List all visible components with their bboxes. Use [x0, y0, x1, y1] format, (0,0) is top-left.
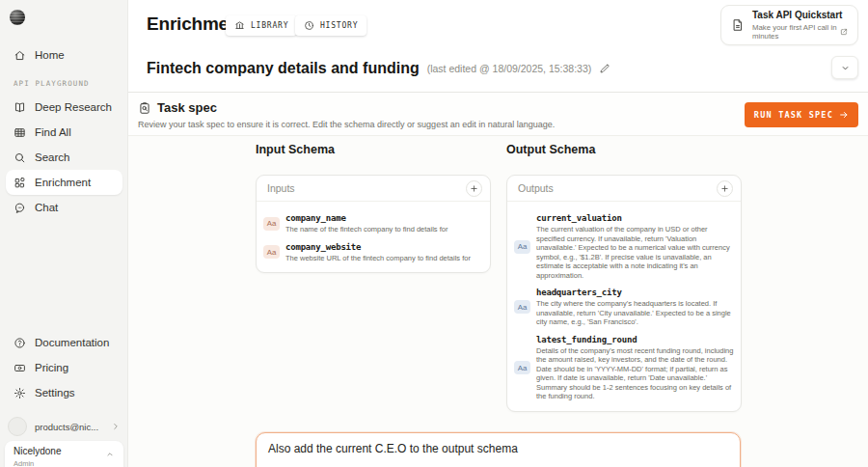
chat-bubble-icon	[14, 202, 26, 214]
field-description: The website URL of the fintech company t…	[285, 254, 471, 263]
sidebar-item-enrichment[interactable]: Enrichment	[6, 170, 122, 195]
sidebar-item-deep-research[interactable]: Deep Research	[6, 95, 122, 120]
outputs-card-title: Outputs	[518, 182, 554, 194]
sidebar-item-settings[interactable]: Settings	[6, 380, 122, 405]
run-task-spec-label: RUN TASK SPEC	[754, 110, 833, 120]
field-name: latest_funding_round	[536, 335, 735, 344]
output-schema-heading: Output Schema	[506, 143, 595, 156]
chevron-up-icon	[105, 450, 115, 459]
quickstart-subtitle: Make your first API call in minutes	[752, 23, 837, 41]
sidebar-item-search[interactable]: Search	[6, 145, 122, 170]
edit-pencil-icon[interactable]	[599, 63, 610, 74]
field-name: current_valuation	[536, 213, 735, 223]
add-input-button[interactable]	[466, 180, 482, 197]
text-type-badge: Aa	[263, 245, 280, 259]
external-link-icon	[840, 28, 848, 36]
org-switcher[interactable]: Nicelydone Admin	[5, 441, 123, 467]
sidebar-item-label: Pricing	[35, 362, 68, 373]
account-email: products@nic...	[35, 422, 103, 432]
clock-icon	[304, 20, 314, 31]
sidebar-item-label: Deep Research	[35, 101, 112, 113]
last-edited-timestamp: (last edited @ 18/09/2025, 15:38:33)	[427, 63, 592, 74]
banknote-icon	[14, 362, 26, 374]
field-description: The city where the company's headquarter…	[536, 299, 735, 327]
text-type-badge: Aa	[514, 300, 530, 314]
gear-icon	[14, 387, 26, 399]
chevron-right-icon	[111, 422, 121, 431]
field-description: The current valuation of the company in …	[536, 225, 735, 280]
library-icon	[234, 20, 245, 31]
task-spec-header: Task spec Review your task spec to ensur…	[128, 93, 868, 136]
book-open-icon	[14, 101, 26, 114]
arrow-right-icon	[839, 110, 849, 120]
table-icon	[14, 126, 26, 139]
sidebar: Home API PLAYGROUND Deep Research Find A…	[0, 0, 128, 467]
task-spec-panel: Task spec Review your task spec to ensur…	[128, 92, 868, 467]
page-title: Fintech company details and funding	[147, 60, 420, 77]
output-field-latest-funding-round[interactable]: Aa latest_funding_round Details of the c…	[513, 335, 735, 401]
history-button[interactable]: HISTORY	[295, 15, 366, 36]
text-type-badge: Aa	[514, 240, 530, 254]
history-button-label: HISTORY	[320, 21, 358, 30]
sidebar-item-label: Settings	[35, 387, 75, 398]
sidebar-item-label: Home	[35, 49, 65, 61]
input-schema-heading: Input Schema	[256, 143, 335, 156]
field-description: The name of the fintech company to find …	[285, 225, 448, 234]
input-schema-card: Inputs Aa company_name The name of the f…	[256, 175, 491, 273]
field-name: company_name	[285, 213, 448, 223]
sidebar-item-label: Find All	[35, 126, 71, 138]
org-role: Admin	[14, 459, 115, 467]
text-type-badge: Aa	[514, 361, 530, 374]
output-field-current-valuation[interactable]: Aa current_valuation The current valuati…	[513, 213, 735, 280]
sidebar-item-home[interactable]: Home	[6, 42, 122, 68]
add-output-button[interactable]	[717, 180, 733, 197]
run-task-spec-button[interactable]: RUN TASK SPEC	[745, 102, 858, 127]
home-icon	[14, 49, 26, 62]
chevron-down-icon	[840, 63, 851, 73]
enrichment-grid-icon	[14, 177, 26, 189]
sidebar-item-chat[interactable]: Chat	[6, 195, 122, 220]
library-button-label: LIBRARY	[251, 21, 288, 30]
sidebar-item-label: Enrichment	[35, 177, 91, 188]
collapse-panel-button[interactable]	[831, 56, 858, 79]
plus-icon	[720, 184, 729, 193]
account-row[interactable]: products@nic...	[8, 415, 121, 438]
file-icon	[731, 17, 745, 33]
field-name: headquarters_city	[536, 288, 735, 297]
task-api-quickstart-card[interactable]: Task API Quickstart Make your first API …	[720, 5, 858, 45]
sidebar-item-label: Search	[35, 151, 69, 163]
task-spec-icon	[138, 101, 151, 115]
page-header: Enrichment LIBRARY HISTORY Task API Quic…	[128, 0, 868, 92]
sidebar-item-label: Documentation	[35, 337, 109, 348]
sidebar-item-find-all[interactable]: Find All	[6, 120, 122, 145]
input-field-company-name[interactable]: Aa company_name The name of the fintech …	[262, 213, 484, 234]
task-spec-title: Task spec	[157, 100, 217, 115]
plus-icon	[470, 184, 478, 193]
schema-edit-input[interactable]: Also add the current C.E.O to the output…	[256, 432, 741, 467]
output-field-headquarters-city[interactable]: Aa headquarters_city The city where the …	[513, 288, 735, 327]
section-label-api-playground: API PLAYGROUND	[14, 79, 90, 88]
help-circle-icon	[14, 337, 26, 349]
app-logo[interactable]	[10, 10, 25, 25]
task-spec-subtitle: Review your task spec to ensure it is co…	[138, 120, 555, 129]
quickstart-title: Task API Quickstart	[752, 10, 848, 20]
sidebar-item-label: Chat	[35, 202, 58, 213]
library-button[interactable]: LIBRARY	[226, 15, 297, 36]
sidebar-item-documentation[interactable]: Documentation	[6, 330, 122, 355]
avatar	[8, 417, 27, 436]
field-name: company_website	[285, 242, 471, 252]
output-schema-card: Outputs Aa current_valuation The current…	[506, 175, 742, 412]
text-type-badge: Aa	[263, 217, 280, 231]
inputs-card-title: Inputs	[267, 182, 295, 194]
input-field-company-website[interactable]: Aa company_website The website URL of th…	[262, 242, 484, 263]
field-description: Details of the company's most recent fun…	[536, 346, 735, 401]
search-icon	[14, 151, 26, 164]
sidebar-item-pricing[interactable]: Pricing	[6, 355, 122, 380]
org-name: Nicelydone	[14, 446, 115, 456]
